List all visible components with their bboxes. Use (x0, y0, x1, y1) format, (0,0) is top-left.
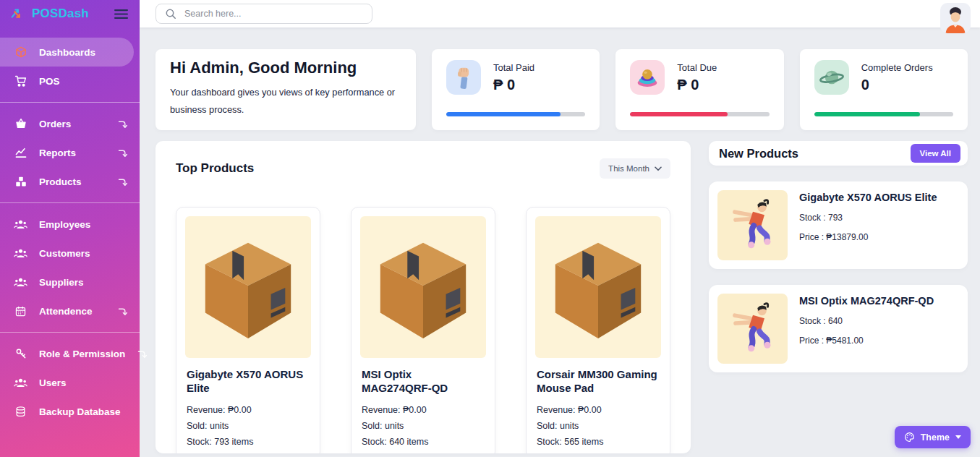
palette-icon (904, 432, 915, 443)
new-product-stock: Stock : 793 (799, 213, 937, 223)
dashboard-content: Hi Admin, Good Morning Your dashboard gi… (140, 27, 980, 457)
new-product-name: MSI Optix MAG274QRF-QD (799, 295, 934, 307)
sidebar-divider (0, 202, 140, 203)
progress-fill-orders (814, 112, 920, 116)
sidebar-item-users[interactable]: Users (0, 368, 140, 397)
sidebar-item-suppliers[interactable]: Suppliers (0, 268, 140, 296)
top-products-title: Top Products (176, 161, 254, 176)
sidebar-item-label: Orders (39, 119, 71, 129)
user-avatar[interactable] (940, 3, 971, 33)
database-icon (14, 405, 27, 419)
person-illustration (717, 190, 788, 260)
key-icon (14, 347, 27, 361)
product-name: Corsair MM300 Gaming Mouse Pad (537, 368, 660, 396)
stat-card-total-paid: Total Paid ₱ 0 (432, 49, 600, 130)
new-product-info: Gigabyte X570 AORUS Elite Stock : 793 Pr… (799, 190, 937, 260)
product-revenue: Revenue: ₱0.00 (187, 402, 310, 418)
progress-track (814, 112, 953, 116)
menu-toggle-icon[interactable] (114, 9, 128, 20)
stat-card-total-due: Total Due ₱ 0 (615, 49, 783, 130)
top-products-header: Top Products This Month (176, 154, 670, 183)
app-title: POSDash (32, 7, 108, 21)
sidebar-item-attendence[interactable]: Attendence (0, 296, 140, 325)
sidebar-item-orders[interactable]: Orders (0, 109, 140, 138)
product-card: Corsair MM300 Gaming Mouse Pad Revenue: … (526, 207, 670, 453)
product-revenue: Revenue: ₱0.00 (362, 402, 485, 418)
stat-label: Complete Orders (861, 62, 933, 73)
product-box-image (360, 216, 486, 358)
new-product-item: MSI Optix MAG274QRF-QD Stock : 640 Price… (709, 285, 968, 372)
product-stock: Stock: 793 items (187, 434, 310, 450)
progress-fill-paid (446, 112, 561, 116)
fist-icon (446, 60, 481, 95)
stat-top: Total Due ₱ 0 (630, 60, 769, 95)
sidebar-item-products[interactable]: Products (0, 167, 140, 196)
stat-value: ₱ 0 (677, 77, 717, 93)
progress-track (446, 112, 585, 116)
people-icon (14, 247, 27, 260)
stat-label: Total Paid (493, 62, 534, 73)
product-card: MSI Optix MAG274QRF-QD Revenue: ₱0.00 So… (351, 207, 495, 453)
sidebar-item-label: Products (39, 176, 82, 187)
sidebar-item-label: Suppliers (39, 277, 84, 288)
sidebar-item-reports[interactable]: Reports (0, 138, 140, 167)
planet-icon (814, 60, 849, 95)
submenu-arrow-icon (117, 148, 128, 158)
product-card: Gigabyte X570 AORUS Elite Revenue: ₱0.00… (176, 207, 320, 453)
stat-value: 0 (861, 77, 933, 93)
sidebar-item-dashboards[interactable]: Dashboards (0, 38, 134, 67)
submenu-arrow-icon (117, 176, 128, 187)
sidebar-item-backup-database[interactable]: Backup Database (0, 397, 140, 426)
product-sold: Sold: units (362, 418, 485, 434)
sidebar-item-role-permission[interactable]: Role & Permission (0, 339, 140, 368)
sidebar-item-label: Dashboards (39, 47, 95, 58)
lower-row: Top Products This Month (155, 141, 968, 453)
new-product-stock: Stock : 640 (799, 316, 934, 326)
sidebar-item-label: Reports (39, 148, 76, 158)
new-product-price: Price : ₱13879.00 (799, 232, 937, 242)
topbar (140, 0, 980, 27)
cart-icon (14, 74, 27, 88)
month-filter-label: This Month (608, 164, 649, 173)
sidebar-item-employees[interactable]: Employees (0, 210, 140, 239)
stats-row: Hi Admin, Good Morning Your dashboard gi… (155, 49, 968, 130)
search-input[interactable] (183, 8, 363, 20)
person-illustration (717, 294, 788, 364)
theme-button[interactable]: Theme (895, 426, 971, 448)
product-sold: Sold: units (537, 418, 660, 434)
sidebar-item-label: POS (39, 76, 60, 87)
sidebar-item-pos[interactable]: POS (0, 67, 140, 95)
new-product-price: Price : ₱5481.00 (799, 336, 934, 346)
people-icon (14, 376, 27, 390)
sidebar-nav: Dashboards POS Orders (0, 27, 140, 426)
basket-icon (14, 117, 27, 131)
view-all-button[interactable]: View All (911, 144, 960, 163)
product-revenue: Revenue: ₱0.00 (537, 402, 660, 418)
stat-top: Complete Orders 0 (814, 60, 953, 95)
sidebar-item-customers[interactable]: Customers (0, 239, 140, 268)
new-product-info: MSI Optix MAG274QRF-QD Stock : 640 Price… (799, 294, 934, 364)
greeting-subtitle: Your dashboard gives you views of key pe… (170, 84, 401, 119)
sidebar-item-label: Users (39, 377, 67, 388)
calendar-icon (14, 304, 27, 318)
new-products-section: New Products View All (709, 141, 968, 372)
stat-card-complete-orders: Complete Orders 0 (800, 49, 968, 130)
progress-track (630, 112, 769, 116)
sidebar-divider (0, 332, 140, 333)
month-filter-dropdown[interactable]: This Month (600, 158, 670, 179)
sidebar-item-label: Backup Database (39, 406, 121, 417)
caret-down-icon (955, 435, 961, 439)
product-stock: Stock: 565 items (537, 434, 660, 450)
main-area: Hi Admin, Good Morning Your dashboard gi… (140, 0, 980, 457)
product-name: Gigabyte X570 AORUS Elite (187, 368, 310, 396)
greeting-title: Hi Admin, Good Morning (170, 59, 401, 77)
sidebar-item-label: Role & Permission (39, 349, 125, 359)
top-products-grid: Gigabyte X570 AORUS Elite Revenue: ₱0.00… (176, 207, 670, 453)
posdash-logo-icon (9, 6, 25, 22)
theme-button-label: Theme (921, 432, 950, 443)
product-box-image (535, 216, 661, 358)
progress-fill-due (630, 112, 728, 116)
boxes-icon (14, 175, 27, 189)
sidebar-divider (0, 102, 140, 103)
product-name: MSI Optix MAG274QRF-QD (362, 368, 485, 396)
